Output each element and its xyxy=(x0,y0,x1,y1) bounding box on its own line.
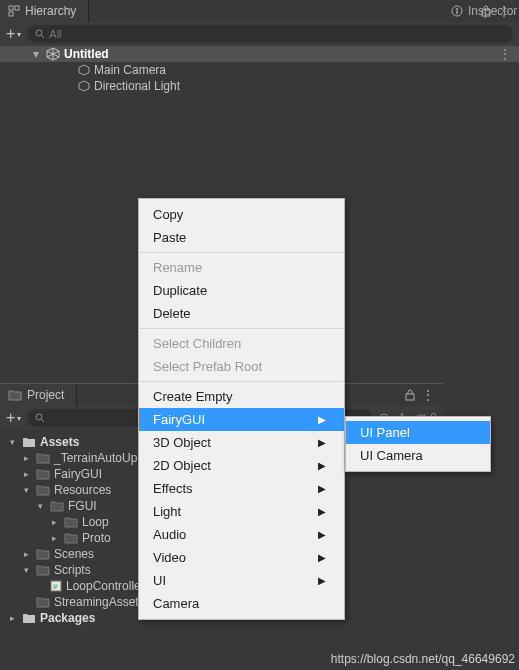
context-submenu: UI Panel UI Camera xyxy=(345,416,491,472)
project-tab-label: Project xyxy=(27,388,64,402)
folder-icon xyxy=(36,564,50,576)
svg-line-5 xyxy=(42,36,45,39)
hierarchy-row-root[interactable]: ▾ Untitled ⋮ xyxy=(0,46,519,62)
separator xyxy=(140,328,343,329)
svg-rect-15 xyxy=(406,394,414,400)
lock-icon[interactable] xyxy=(405,389,415,401)
hierarchy-item-label: Directional Light xyxy=(94,79,180,93)
svg-point-4 xyxy=(36,30,42,36)
submenu-arrow-icon: ▶ xyxy=(318,483,326,494)
submenu-arrow-icon: ▶ xyxy=(318,506,326,517)
submenu-arrow-icon: ▶ xyxy=(318,460,326,471)
toggle-icon[interactable]: ▾ xyxy=(20,485,32,495)
folder-icon xyxy=(36,548,50,560)
submenu-arrow-icon: ▶ xyxy=(318,414,326,425)
toggle-collapse-icon[interactable]: ▾ xyxy=(30,47,42,61)
submenu-arrow-icon: ▶ xyxy=(318,575,326,586)
csharp-script-icon: # xyxy=(50,580,62,592)
ctx-audio[interactable]: Audio▶ xyxy=(139,523,344,546)
hierarchy-row[interactable]: Main Camera xyxy=(0,62,519,78)
hierarchy-item-label: Main Camera xyxy=(94,63,166,77)
submenu-arrow-icon: ▶ xyxy=(318,552,326,563)
sub-ui-panel[interactable]: UI Panel xyxy=(346,421,490,444)
ctx-camera[interactable]: Camera xyxy=(139,592,344,615)
toggle-icon[interactable]: ▸ xyxy=(48,517,60,527)
ctx-ui[interactable]: UI▶ xyxy=(139,569,344,592)
toggle-icon[interactable]: ▾ xyxy=(6,437,18,447)
unity-scene-icon xyxy=(46,47,60,61)
folder-icon xyxy=(36,452,50,464)
svg-rect-1 xyxy=(15,6,19,10)
hierarchy-row[interactable]: Directional Light xyxy=(0,78,519,94)
hierarchy-header: Hierarchy ⋮ xyxy=(0,0,519,22)
svg-point-13 xyxy=(456,8,458,10)
gameobject-icon xyxy=(78,64,90,76)
folder-icon xyxy=(64,532,78,544)
ctx-light[interactable]: Light▶ xyxy=(139,500,344,523)
plus-icon: + xyxy=(6,25,15,43)
search-icon xyxy=(35,413,45,423)
ctx-3d-object[interactable]: 3D Object▶ xyxy=(139,431,344,454)
submenu-arrow-icon: ▶ xyxy=(318,437,326,448)
hierarchy-icon xyxy=(8,5,20,17)
toggle-icon[interactable]: ▾ xyxy=(20,565,32,575)
ctx-delete[interactable]: Delete xyxy=(139,302,344,325)
ctx-duplicate[interactable]: Duplicate xyxy=(139,279,344,302)
ctx-rename: Rename xyxy=(139,256,344,279)
hierarchy-tab[interactable]: Hierarchy xyxy=(0,0,89,22)
folder-icon xyxy=(36,596,50,608)
ctx-select-prefab-root: Select Prefab Root xyxy=(139,355,344,378)
hierarchy-search-input[interactable] xyxy=(49,28,505,40)
toggle-icon[interactable]: ▸ xyxy=(48,533,60,543)
panel-menu-icon[interactable]: ⋮ xyxy=(421,390,435,400)
toggle-icon[interactable]: ▸ xyxy=(20,469,32,479)
inspector-icon xyxy=(451,5,463,17)
add-dropdown-button[interactable]: + ▾ xyxy=(6,25,21,43)
svg-rect-14 xyxy=(456,11,457,15)
sub-ui-camera[interactable]: UI Camera xyxy=(346,444,490,467)
ctx-paste[interactable]: Paste xyxy=(139,226,344,249)
hierarchy-tab-label: Hierarchy xyxy=(25,4,76,18)
folder-icon xyxy=(50,500,64,512)
svg-point-16 xyxy=(36,414,42,420)
ctx-create-empty[interactable]: Create Empty xyxy=(139,385,344,408)
svg-marker-10 xyxy=(79,65,89,75)
add-dropdown-button[interactable]: + ▾ xyxy=(6,409,21,427)
hierarchy-root-label: Untitled xyxy=(64,47,109,61)
dropdown-caret-icon: ▾ xyxy=(17,30,21,39)
hierarchy-toolbar: + ▾ xyxy=(0,22,519,46)
svg-marker-11 xyxy=(79,81,89,91)
project-tab[interactable]: Project xyxy=(0,384,77,406)
toggle-icon[interactable]: ▸ xyxy=(20,453,32,463)
inspector-tab[interactable]: Inspector xyxy=(443,0,519,22)
folder-icon xyxy=(64,516,78,528)
ctx-effects[interactable]: Effects▶ xyxy=(139,477,344,500)
separator xyxy=(140,381,343,382)
ctx-copy[interactable]: Copy xyxy=(139,203,344,226)
ctx-video[interactable]: Video▶ xyxy=(139,546,344,569)
folder-icon xyxy=(36,468,50,480)
submenu-arrow-icon: ▶ xyxy=(318,529,326,540)
svg-rect-0 xyxy=(9,6,13,10)
folder-icon xyxy=(36,484,50,496)
hierarchy-search[interactable] xyxy=(27,25,513,43)
context-menu: Copy Paste Rename Duplicate Delete Selec… xyxy=(138,198,345,620)
inspector-tab-label: Inspector xyxy=(468,4,517,18)
ctx-select-children: Select Children xyxy=(139,332,344,355)
toggle-icon[interactable]: ▸ xyxy=(20,549,32,559)
toggle-icon[interactable]: ▾ xyxy=(34,501,46,511)
separator xyxy=(140,252,343,253)
toggle-icon[interactable]: ▸ xyxy=(6,613,18,623)
row-menu-icon[interactable]: ⋮ xyxy=(499,47,511,61)
ctx-2d-object[interactable]: 2D Object▶ xyxy=(139,454,344,477)
folder-icon xyxy=(22,612,36,624)
folder-icon xyxy=(22,436,36,448)
dropdown-caret-icon: ▾ xyxy=(17,414,21,423)
folder-icon xyxy=(8,389,22,401)
ctx-fairygui[interactable]: FairyGUI▶ xyxy=(139,408,344,431)
plus-icon: + xyxy=(6,409,15,427)
svg-rect-2 xyxy=(9,12,13,16)
svg-line-17 xyxy=(42,420,45,423)
search-icon xyxy=(35,29,45,39)
gameobject-icon xyxy=(78,80,90,92)
